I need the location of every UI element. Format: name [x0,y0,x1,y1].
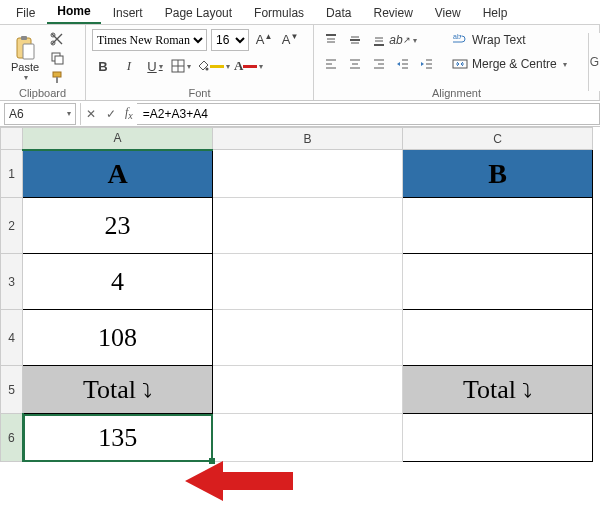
borders-icon [171,59,185,73]
name-box-value: A6 [9,107,24,121]
tab-view[interactable]: View [425,3,471,24]
wrap-text-label: Wrap Text [472,33,526,47]
cell-c6[interactable] [403,414,593,462]
enter-formula-button[interactable]: ✓ [101,107,121,121]
cell-c3[interactable] [403,254,593,310]
formula-bar-input[interactable] [137,103,600,125]
row-header-1[interactable]: 1 [1,150,23,198]
cell-c2[interactable] [403,198,593,254]
bold-button[interactable]: B [92,55,114,77]
select-all-corner[interactable] [1,128,23,150]
tab-home[interactable]: Home [47,1,100,24]
decrease-font-icon: A▼ [282,32,299,47]
fill-color-button[interactable]: ▾ [196,55,230,77]
cell-c4[interactable] [403,310,593,366]
ribbon-overflow[interactable]: G [588,33,600,91]
row-header-2[interactable]: 2 [1,198,23,254]
svg-rect-38 [453,60,467,68]
copy-icon [50,51,64,65]
align-bottom-icon [372,33,386,47]
borders-button[interactable]: ▾ [170,55,192,77]
chevron-down-icon: ▾ [24,73,28,82]
svg-point-12 [206,68,209,71]
clipboard-icon [14,35,36,61]
tab-page-layout[interactable]: Page Layout [155,3,242,24]
tab-formulas[interactable]: Formulas [244,3,314,24]
row-header-6[interactable]: 6 [1,414,23,462]
cell-b6[interactable] [213,414,403,462]
fill-color-swatch [210,65,224,68]
cell-a3[interactable]: 4 [23,254,213,310]
align-middle-button[interactable] [344,29,366,51]
font-family-select[interactable]: Times New Roman [92,29,207,51]
increase-font-icon: A▲ [256,32,273,47]
orientation-button[interactable]: ab↗▾ [392,29,414,51]
merge-center-label: Merge & Centre [472,57,557,71]
tab-data[interactable]: Data [316,3,361,24]
align-middle-icon [348,33,362,47]
decrease-indent-button[interactable] [392,53,414,75]
align-bottom-button[interactable] [368,29,390,51]
font-color-swatch [243,65,257,68]
cell-a1[interactable]: A [23,150,213,198]
row-header-3[interactable]: 3 [1,254,23,310]
chevron-down-icon: ▾ [67,109,71,118]
name-box[interactable]: A6 ▾ [4,103,76,125]
paste-button[interactable]: Paste ▾ [6,29,44,85]
cell-a2[interactable]: 23 [23,198,213,254]
italic-button[interactable]: I [118,55,140,77]
font-color-button[interactable]: A ▾ [234,55,263,77]
align-right-icon [372,57,386,71]
cell-b5[interactable] [213,366,403,414]
col-header-c[interactable]: C [403,128,593,150]
tab-file[interactable]: File [6,3,45,24]
tab-insert[interactable]: Insert [103,3,153,24]
row-header-5[interactable]: 5 [1,366,23,414]
col-header-b[interactable]: B [213,128,403,150]
merge-center-button[interactable]: Merge & Centre ▾ [446,53,573,75]
align-left-button[interactable] [320,53,342,75]
align-right-button[interactable] [368,53,390,75]
fx-icon: fx [121,105,137,121]
font-size-select[interactable]: 16 [211,29,249,51]
increase-font-button[interactable]: A▲ [253,29,275,51]
cell-b2[interactable] [213,198,403,254]
copy-button[interactable] [48,50,66,66]
svg-rect-8 [56,77,58,83]
svg-text:ab: ab [453,33,461,40]
tab-review[interactable]: Review [363,3,422,24]
wrap-text-button[interactable]: ab Wrap Text [446,29,573,51]
row-header-4[interactable]: 4 [1,310,23,366]
decrease-font-button[interactable]: A▼ [279,29,301,51]
underline-button[interactable]: U▾ [144,55,166,77]
cell-b1[interactable] [213,150,403,198]
format-painter-button[interactable] [48,69,66,85]
tab-help[interactable]: Help [473,3,518,24]
cell-a6[interactable]: 135 [23,414,213,462]
outdent-icon [396,57,410,71]
scissors-icon [50,32,64,46]
svg-rect-6 [55,56,63,64]
cell-c5[interactable]: Total⤵ [403,366,593,414]
increase-indent-button[interactable] [416,53,438,75]
cell-a5[interactable]: Total⤵ [23,366,213,414]
cell-b3[interactable] [213,254,403,310]
down-right-arrow-icon: ⤵ [516,380,532,402]
wrap-text-icon: ab [452,32,468,48]
cell-a4[interactable]: 108 [23,310,213,366]
cut-button[interactable] [48,31,66,47]
cancel-formula-button[interactable]: ✕ [81,107,101,121]
align-center-button[interactable] [344,53,366,75]
merge-icon [452,56,468,72]
cell-b4[interactable] [213,310,403,366]
svg-rect-2 [23,44,34,59]
paste-label: Paste [11,61,39,73]
cell-c1[interactable]: B [403,150,593,198]
svg-marker-39 [185,461,293,501]
indent-icon [420,57,434,71]
down-right-arrow-icon: ⤵ [136,380,152,402]
group-label-clipboard: Clipboard [0,87,85,99]
align-top-button[interactable] [320,29,342,51]
svg-rect-7 [53,72,61,77]
col-header-a[interactable]: A [23,128,213,150]
